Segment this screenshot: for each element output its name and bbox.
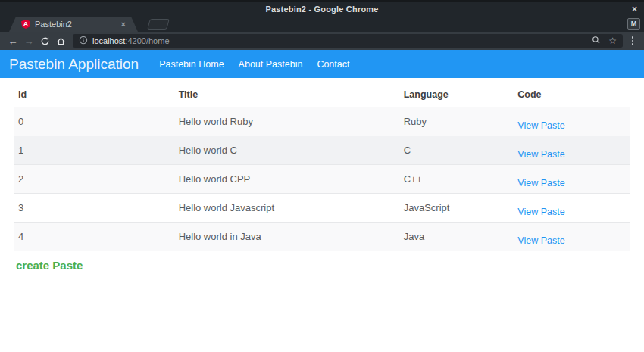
window-title: Pastebin2 - Google Chrome	[265, 5, 378, 14]
page-content: id Title Language Code 0 Hello world Rub…	[0, 78, 644, 273]
cell-id: 1	[14, 136, 174, 165]
cell-title: Hello world in Java	[174, 223, 399, 251]
browser-window: Pastebin2 - Google Chrome × A Pastebin2 …	[0, 0, 644, 352]
cell-id: 4	[14, 223, 174, 251]
tab-pastebin2[interactable]: A Pastebin2 ×	[9, 17, 138, 32]
nav-contact[interactable]: Contact	[317, 59, 349, 70]
nav-about-pastebin[interactable]: About Pastebin	[239, 59, 303, 70]
tab-title: Pastebin2	[35, 20, 121, 29]
table-row: 1 Hello world C C View Paste	[14, 136, 630, 165]
col-header-language: Language	[399, 79, 514, 107]
new-tab-button[interactable]	[147, 19, 170, 30]
cell-code: View Paste	[513, 194, 630, 223]
url-host: localhost	[92, 36, 125, 45]
view-paste-link[interactable]: View Paste	[517, 120, 564, 131]
reload-icon[interactable]	[38, 36, 52, 46]
cell-language: Ruby	[399, 107, 514, 136]
cell-code: View Paste	[513, 165, 630, 194]
col-header-title: Title	[174, 79, 399, 107]
create-paste-link[interactable]: create Paste	[16, 259, 83, 272]
zoom-icon[interactable]	[592, 34, 601, 48]
cell-code: View Paste	[513, 223, 630, 251]
cell-code: View Paste	[513, 136, 630, 165]
cell-language: C++	[399, 165, 514, 194]
app-navbar: Pastebin Application Pastebin Home About…	[0, 50, 644, 78]
cell-code: View Paste	[513, 107, 630, 136]
angular-logo-icon: A	[21, 20, 30, 29]
view-paste-link[interactable]: View Paste	[517, 149, 564, 160]
address-bar[interactable]: localhost :4200/home ☆	[73, 34, 623, 48]
cell-language: C	[399, 136, 514, 165]
cell-title: Hello world C	[174, 136, 399, 165]
cell-language: JavaScript	[399, 194, 514, 223]
cell-title: Hello world Javascript	[174, 194, 399, 223]
table-header-row: id Title Language Code	[14, 79, 630, 107]
table-row: 0 Hello world Ruby Ruby View Paste	[14, 107, 630, 136]
view-paste-link[interactable]: View Paste	[517, 178, 564, 188]
bookmark-star-icon[interactable]: ☆	[608, 36, 617, 45]
cell-id: 2	[14, 165, 174, 194]
table-row: 2 Hello world CPP C++ View Paste	[14, 165, 630, 194]
back-icon[interactable]: ←	[6, 36, 20, 46]
cell-title: Hello world Ruby	[174, 107, 399, 136]
paste-table: id Title Language Code 0 Hello world Rub…	[14, 79, 630, 251]
home-icon[interactable]	[54, 36, 67, 46]
profile-button[interactable]: M	[627, 18, 640, 30]
table-row: 4 Hello world in Java Java View Paste	[14, 223, 630, 251]
window-close-icon[interactable]: ×	[632, 5, 637, 14]
forward-icon[interactable]: →	[22, 36, 36, 46]
view-paste-link[interactable]: View Paste	[517, 207, 564, 217]
col-header-code: Code	[513, 79, 630, 107]
cell-title: Hello world CPP	[174, 165, 399, 194]
view-paste-link[interactable]: View Paste	[517, 235, 564, 246]
tab-strip: A Pastebin2 × M	[0, 16, 644, 32]
cell-id: 0	[14, 107, 174, 136]
url-path: :4200/home	[125, 36, 169, 45]
browser-toolbar: ← → localhost :4200/home	[0, 32, 644, 50]
window-titlebar: Pastebin2 - Google Chrome ×	[0, 0, 644, 16]
browser-menu-icon[interactable]	[627, 36, 638, 45]
cell-language: Java	[399, 223, 514, 251]
col-header-id: id	[14, 79, 174, 107]
cell-id: 3	[14, 194, 174, 223]
page-info-icon[interactable]	[79, 34, 88, 48]
app-brand[interactable]: Pastebin Application	[9, 56, 139, 73]
tab-close-icon[interactable]: ×	[121, 20, 126, 29]
nav-pastebin-home[interactable]: Pastebin Home	[159, 59, 224, 70]
table-row: 3 Hello world Javascript JavaScript View…	[14, 194, 630, 223]
